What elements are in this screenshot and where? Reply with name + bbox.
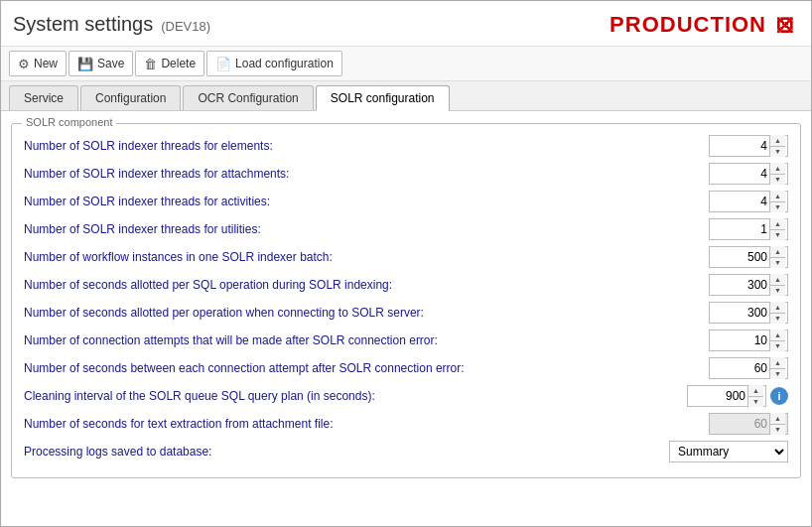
load-config-label: Load configuration (235, 57, 334, 70)
field-right-2: ▲▼ (709, 191, 788, 212)
field-row-6: Number of seconds allotted per operation… (24, 299, 788, 327)
spin-down-1[interactable]: ▼ (770, 175, 785, 186)
spin-up-9[interactable]: ▲ (748, 385, 763, 397)
spin-value-3[interactable] (710, 219, 769, 239)
field-row-2: Number of SOLR indexer threads for activ… (24, 188, 788, 215)
spin-up-1[interactable]: ▲ (770, 163, 785, 175)
spin-up-6[interactable]: ▲ (770, 302, 785, 314)
field-right-6: ▲▼ (709, 302, 788, 324)
new-button[interactable]: ⚙ New (9, 51, 67, 76)
field-row-7: Number of connection attempts that will … (24, 327, 788, 354)
spin-value-9[interactable] (688, 386, 747, 406)
field-row-4: Number of workflow instances in one SOLR… (24, 243, 788, 271)
field-row-1: Number of SOLR indexer threads for attac… (24, 160, 788, 188)
new-label: New (34, 57, 58, 70)
spin-up-4[interactable]: ▲ (770, 246, 785, 258)
tab-solr[interactable]: SOLR configuration (316, 85, 450, 111)
field-right-8: ▲▼ (709, 357, 788, 379)
field-row-10: Number of seconds for text extraction fr… (24, 410, 788, 438)
spin-up-2[interactable]: ▲ (770, 191, 785, 202)
spin-value-6[interactable] (710, 303, 769, 323)
spin-up-7[interactable]: ▲ (770, 329, 785, 341)
info-icon-9[interactable]: i (770, 387, 788, 405)
load-config-button[interactable]: 📄 Load configuration (206, 51, 342, 76)
save-button[interactable]: 💾 Save (68, 51, 133, 76)
field-row-11: Processing logs saved to database:Summar… (24, 438, 788, 465)
spin-buttons-6: ▲▼ (769, 302, 785, 324)
content-area: SOLR component Number of SOLR indexer th… (1, 111, 811, 526)
spin-input-9: ▲▼ (687, 385, 766, 407)
spin-input-1: ▲▼ (709, 163, 788, 185)
field-label-11: Processing logs saved to database: (24, 445, 669, 459)
field-right-10: ▲▼ (709, 413, 788, 435)
spin-value-10 (710, 414, 769, 434)
spin-down-0[interactable]: ▼ (770, 147, 785, 158)
spin-input-6: ▲▼ (709, 302, 788, 324)
save-label: Save (97, 57, 124, 70)
tab-configuration[interactable]: Configuration (80, 85, 181, 110)
spin-down-8[interactable]: ▼ (770, 369, 785, 380)
spin-value-4[interactable] (710, 247, 769, 267)
tab-ocr[interactable]: OCR Configuration (183, 85, 313, 110)
fields-container: Number of SOLR indexer threads for eleme… (24, 132, 788, 465)
spin-down-2[interactable]: ▼ (770, 202, 785, 213)
spin-down-10: ▼ (770, 425, 785, 436)
env-badge: (DEV18) (161, 19, 210, 34)
field-label-5: Number of seconds allotted per SQL opera… (24, 278, 709, 292)
delete-button[interactable]: 🗑 Delete (135, 51, 204, 76)
spin-input-10: ▲▼ (709, 413, 788, 435)
spin-input-3: ▲▼ (709, 218, 788, 240)
toolbar: ⚙ New 💾 Save 🗑 Delete 📄 Load configurati… (1, 47, 811, 81)
field-label-9: Cleaning interval of the SOLR queue SQL … (24, 389, 687, 403)
spin-down-3[interactable]: ▼ (770, 230, 785, 241)
spin-buttons-4: ▲▼ (769, 246, 785, 268)
field-right-4: ▲▼ (709, 246, 788, 268)
spin-input-7: ▲▼ (709, 329, 788, 351)
spin-down-6[interactable]: ▼ (770, 314, 785, 325)
spin-down-9[interactable]: ▼ (748, 397, 763, 408)
field-right-5: ▲▼ (709, 274, 788, 296)
spin-down-4[interactable]: ▼ (770, 258, 785, 269)
production-label: PRODUCTION (609, 12, 766, 38)
main-window: System settings (DEV18) PRODUCTION ⦻ ⚙ N… (0, 0, 812, 527)
spin-value-7[interactable] (710, 330, 769, 350)
field-row-9: Cleaning interval of the SOLR queue SQL … (24, 382, 788, 410)
spin-input-4: ▲▼ (709, 246, 788, 268)
spin-value-5[interactable] (710, 275, 769, 295)
field-label-6: Number of seconds allotted per operation… (24, 306, 709, 320)
field-label-7: Number of connection attempts that will … (24, 333, 709, 347)
spin-up-10: ▲ (770, 413, 785, 425)
new-icon: ⚙ (18, 57, 30, 71)
spin-up-3[interactable]: ▲ (770, 218, 785, 230)
spin-buttons-10: ▲▼ (769, 413, 785, 435)
field-right-1: ▲▼ (709, 163, 788, 185)
field-right-11: SummaryDetailedNone (669, 441, 788, 462)
tab-service[interactable]: Service (9, 85, 78, 110)
field-right-9: ▲▼i (687, 385, 788, 407)
spin-value-8[interactable] (710, 358, 769, 378)
spin-down-7[interactable]: ▼ (770, 341, 785, 352)
spin-up-5[interactable]: ▲ (770, 274, 785, 286)
field-label-8: Number of seconds between each connectio… (24, 361, 709, 375)
spin-value-2[interactable] (710, 192, 769, 211)
spin-value-1[interactable] (710, 164, 769, 184)
spin-input-8: ▲▼ (709, 357, 788, 379)
spin-buttons-8: ▲▼ (769, 357, 785, 379)
spin-up-0[interactable]: ▲ (770, 135, 785, 147)
delete-icon: 🗑 (144, 57, 157, 71)
field-label-4: Number of workflow instances in one SOLR… (24, 250, 709, 264)
delete-label: Delete (161, 57, 196, 70)
field-right-3: ▲▼ (709, 218, 788, 240)
spin-up-8[interactable]: ▲ (770, 357, 785, 369)
page-title: System settings (13, 13, 153, 36)
spin-input-0: ▲▼ (709, 135, 788, 157)
spin-buttons-2: ▲▼ (769, 191, 785, 212)
infinity-icon: ⦻ (772, 9, 799, 40)
field-label-10: Number of seconds for text extraction fr… (24, 417, 709, 431)
spin-down-5[interactable]: ▼ (770, 286, 785, 297)
spin-value-0[interactable] (710, 136, 769, 156)
select-11[interactable]: SummaryDetailedNone (669, 441, 788, 462)
spin-input-5: ▲▼ (709, 274, 788, 296)
field-row-8: Number of seconds between each connectio… (24, 354, 788, 382)
save-icon: 💾 (77, 57, 93, 71)
